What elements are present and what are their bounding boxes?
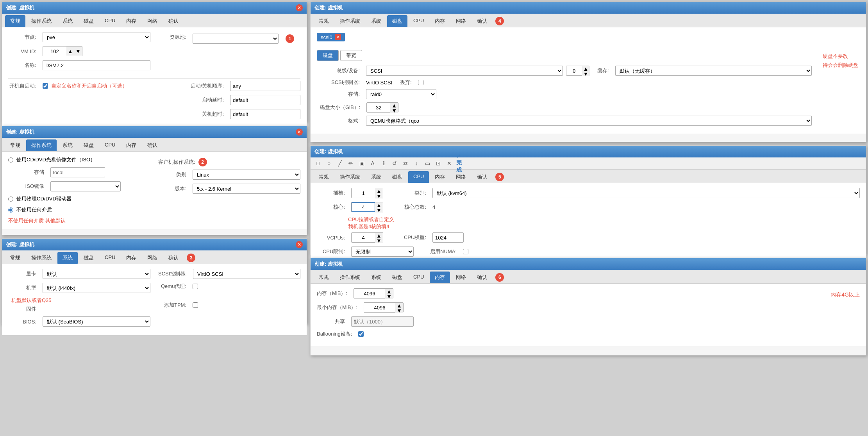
tab-os-常规[interactable]: 常规 bbox=[5, 139, 25, 151]
toolbar-bookmark[interactable]: ⊡ bbox=[434, 159, 443, 168]
tab-mem-确认[interactable]: 确认 bbox=[472, 272, 492, 283]
bios-select[interactable]: 默认 (SeaBIOS) bbox=[43, 316, 150, 327]
shared-input[interactable] bbox=[351, 316, 414, 327]
version-select[interactable]: 5.x - 2.6 Kernel bbox=[193, 184, 300, 194]
tab-mem-系统[interactable]: 系统 bbox=[366, 272, 386, 283]
device-down[interactable]: ▼ bbox=[582, 71, 590, 76]
min-memory-stepper[interactable]: ▲ ▼ bbox=[364, 302, 404, 313]
tab-disk-系统[interactable]: 系统 bbox=[366, 15, 386, 27]
tab-sys-确认[interactable]: 确认 bbox=[163, 252, 184, 264]
tab-disk-常规[interactable]: 常规 bbox=[314, 15, 334, 27]
tab-disk-操作系统[interactable]: 操作系统 bbox=[335, 15, 365, 27]
tab-sys-常规[interactable]: 常规 bbox=[5, 252, 25, 264]
slot-input[interactable] bbox=[352, 188, 375, 198]
qemu-agent-checkbox[interactable] bbox=[193, 284, 198, 289]
tab-general-磁盘[interactable]: 磁盘 bbox=[79, 15, 99, 27]
tab-os-cpu[interactable]: CPU bbox=[100, 139, 120, 151]
tab-disk-内存[interactable]: 内存 bbox=[430, 15, 450, 27]
toolbar-download[interactable]: ↓ bbox=[412, 159, 421, 168]
scsi-ctrl-select-sys[interactable]: VirtIO SCSI bbox=[193, 269, 300, 279]
scsi0-delete[interactable]: ✕ bbox=[335, 34, 341, 40]
toolbar-slash[interactable]: ╱ bbox=[336, 159, 344, 168]
add-tpm-checkbox[interactable] bbox=[193, 302, 198, 308]
tab-os-系统[interactable]: 系统 bbox=[57, 139, 78, 151]
tab-sys-磁盘[interactable]: 磁盘 bbox=[79, 252, 99, 264]
cache-select[interactable]: 默认（无缓存） bbox=[615, 66, 812, 76]
tab-disk-确认[interactable]: 确认 bbox=[472, 15, 492, 27]
graphics-select[interactable]: 默认 bbox=[43, 269, 150, 279]
tab-general-常规[interactable]: 常规 bbox=[5, 15, 25, 27]
sub-tab-disk[interactable]: 磁盘 bbox=[317, 50, 339, 61]
tab-os-内存[interactable]: 内存 bbox=[121, 139, 141, 151]
tab-cpu-操作系统[interactable]: 操作系统 bbox=[335, 171, 365, 183]
tab-os-磁盘[interactable]: 磁盘 bbox=[79, 139, 99, 151]
toolbar-undo[interactable]: ↺ bbox=[390, 159, 399, 168]
discard-checkbox[interactable] bbox=[418, 80, 423, 85]
tab-general-系统[interactable]: 系统 bbox=[57, 15, 78, 27]
device-stepper[interactable]: ▲ ▼ bbox=[566, 66, 589, 76]
toolbar-grid[interactable]: ▣ bbox=[357, 159, 366, 168]
tab-cpu-常规[interactable]: 常规 bbox=[314, 171, 334, 183]
tab-general-内存[interactable]: 内存 bbox=[121, 15, 141, 27]
iso-radio[interactable] bbox=[8, 157, 13, 163]
core-down[interactable]: ▼ bbox=[375, 207, 383, 213]
vmid-down[interactable]: ▼ bbox=[74, 46, 82, 56]
panel-os-close[interactable]: ✕ bbox=[296, 129, 303, 136]
shutdown-timeout-input[interactable] bbox=[230, 109, 300, 119]
tab-sys-内存[interactable]: 内存 bbox=[121, 252, 141, 264]
tab-os-确认[interactable]: 确认 bbox=[142, 139, 163, 151]
tab-general-网络[interactable]: 网络 bbox=[142, 15, 163, 27]
toolbar-complete[interactable]: ✓完成 bbox=[456, 159, 464, 168]
bus-select[interactable]: SCSI bbox=[366, 66, 563, 76]
device-input[interactable] bbox=[566, 66, 582, 75]
tab-cpu-系统[interactable]: 系统 bbox=[366, 171, 386, 183]
panel-general-close[interactable]: ✕ bbox=[296, 4, 303, 11]
ballooning-checkbox[interactable] bbox=[358, 331, 364, 337]
toolbar-rect[interactable]: ▭ bbox=[423, 159, 432, 168]
tab-disk-cpu[interactable]: CPU bbox=[408, 15, 429, 27]
tab-mem-网络[interactable]: 网络 bbox=[451, 272, 471, 283]
tab-mem-cpu[interactable]: CPU bbox=[408, 272, 429, 283]
no-media-radio[interactable] bbox=[8, 207, 13, 213]
format-select[interactable]: QEMU映像格式（qco bbox=[366, 116, 812, 126]
storage-input[interactable] bbox=[50, 167, 105, 177]
disk-size-input[interactable] bbox=[367, 103, 390, 112]
core-stepper[interactable]: ▲ ▼ bbox=[351, 202, 383, 212]
autostart-checkbox[interactable] bbox=[43, 83, 48, 89]
tab-cpu-磁盘[interactable]: 磁盘 bbox=[387, 171, 407, 183]
tab-cpu-确认[interactable]: 确认 bbox=[472, 171, 492, 183]
category-select[interactable]: Linux bbox=[193, 170, 300, 180]
iso-select[interactable] bbox=[50, 181, 121, 191]
storage-select-disk[interactable]: raid0 bbox=[366, 89, 436, 99]
tab-mem-操作系统[interactable]: 操作系统 bbox=[335, 272, 365, 283]
tab-general-确认[interactable]: 确认 bbox=[163, 15, 184, 27]
tab-os-操作系统[interactable]: 操作系统 bbox=[26, 139, 57, 151]
startup-order-input[interactable] bbox=[230, 81, 300, 91]
toolbar-pencil[interactable]: ✏ bbox=[346, 159, 355, 168]
tab-general-操作系统[interactable]: 操作系统 bbox=[26, 15, 57, 27]
cpu-weight-input[interactable] bbox=[432, 232, 464, 243]
min-memory-down[interactable]: ▼ bbox=[395, 308, 403, 313]
name-input[interactable] bbox=[43, 60, 150, 70]
panel-system-close[interactable]: ✕ bbox=[296, 241, 303, 248]
memory-stepper[interactable]: ▲ ▼ bbox=[354, 288, 393, 298]
tab-sys-系统[interactable]: 系统 bbox=[57, 252, 78, 264]
physical-cd-radio[interactable] bbox=[8, 197, 13, 202]
tab-cpu-网络[interactable]: 网络 bbox=[451, 171, 471, 183]
core-input[interactable] bbox=[352, 202, 375, 212]
tab-general-cpu[interactable]: CPU bbox=[100, 15, 120, 27]
toolbar-circle[interactable]: ○ bbox=[325, 159, 333, 168]
disk-size-down[interactable]: ▼ bbox=[390, 108, 398, 113]
type-select[interactable]: 默认 (kvm64) bbox=[432, 188, 860, 198]
memory-input[interactable] bbox=[354, 289, 385, 298]
tab-mem-磁盘[interactable]: 磁盘 bbox=[387, 272, 407, 283]
toolbar-square[interactable]: □ bbox=[314, 159, 322, 168]
vmid-input[interactable] bbox=[43, 46, 66, 56]
node-select[interactable]: pve bbox=[43, 32, 150, 42]
sub-tab-bandwidth[interactable]: 带宽 bbox=[340, 50, 362, 61]
tab-sys-操作系统[interactable]: 操作系统 bbox=[26, 252, 57, 264]
vmid-up[interactable]: ▲ bbox=[66, 46, 74, 56]
vcpus-stepper[interactable]: ▲ ▼ bbox=[351, 232, 383, 243]
tab-disk-磁盘[interactable]: 磁盘 bbox=[387, 15, 407, 27]
slot-down[interactable]: ▼ bbox=[375, 193, 383, 198]
